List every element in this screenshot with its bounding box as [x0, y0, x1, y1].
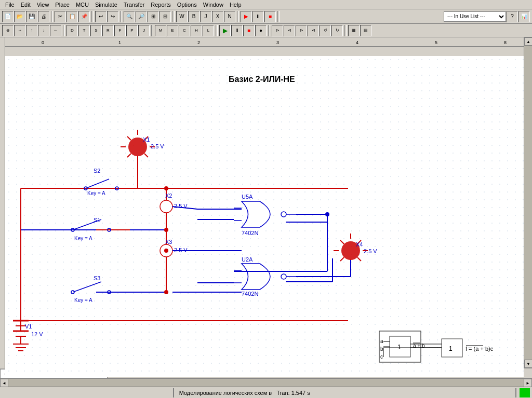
menu-edit[interactable]: Edit	[18, 1, 34, 8]
tb2-18[interactable]: ⊳	[272, 25, 283, 36]
tb2-6[interactable]: D	[66, 25, 78, 36]
tb-undo[interactable]: ↩	[95, 11, 107, 22]
status-text: Моделирование логических схем в Tran: 1.…	[175, 389, 514, 397]
scroll-down-btn[interactable]: ▼	[524, 360, 532, 368]
tb2-1[interactable]: ⊕	[2, 25, 14, 36]
tb-copy[interactable]: 📋	[66, 11, 78, 22]
logic-b-label: b	[380, 346, 383, 352]
tb2-2[interactable]: →	[14, 25, 25, 36]
tb-paste[interactable]: 📌	[78, 11, 90, 22]
tb-zoom-out[interactable]: 🔎	[136, 11, 147, 22]
tb2-14[interactable]: E	[167, 25, 178, 36]
tb2-4[interactable]: ↓	[38, 25, 49, 36]
scrollbar-right[interactable]: ▲ ▼	[524, 37, 532, 368]
menu-mcu[interactable]: MCU	[73, 1, 92, 8]
tb-open[interactable]: 📂	[14, 11, 25, 22]
tb2-19[interactable]: ⊲	[284, 25, 295, 36]
tb-redo[interactable]: ↪	[107, 11, 118, 22]
tb-run[interactable]: ▶	[241, 11, 252, 22]
toolbar2: ⊕ → ↑ ↓ ← D T S R F P J M E C H L ▶ ⏸ ■ …	[0, 24, 532, 37]
tb-place5[interactable]: N	[224, 11, 235, 22]
tb-sep3	[120, 11, 122, 22]
tb2-7[interactable]: T	[78, 25, 90, 36]
tb2-10[interactable]: F	[114, 25, 126, 36]
x4-label: X4	[356, 241, 363, 248]
menu-place[interactable]: Place	[52, 1, 73, 8]
tb-save[interactable]: 💾	[26, 11, 37, 22]
tb2-sep5	[344, 25, 347, 36]
scrollbar-bottom[interactable]: ◄ ►	[0, 378, 532, 387]
scroll-track-v[interactable]	[524, 46, 532, 360]
toolbar1: 📄 📂 💾 🖨 ✂ 📋 📌 ↩ ↪ 🔍 🔎 ⊞ ⊟ W B J X N ▶ ⏸ …	[0, 9, 532, 24]
menu-options[interactable]: Options	[174, 1, 200, 8]
menu-simulate[interactable]: Simulate	[92, 1, 121, 8]
tb-zoom-in[interactable]: 🔍	[124, 11, 135, 22]
tb-sep6	[277, 11, 280, 22]
s2-label: S2	[94, 168, 100, 174]
tb2-20[interactable]: ⊳	[296, 25, 307, 36]
svg-point-95	[325, 212, 329, 216]
tb2-sep4	[268, 25, 270, 36]
menu-reports[interactable]: Reports	[148, 1, 174, 8]
menu-view[interactable]: View	[34, 1, 52, 8]
tb2-22[interactable]: ↺	[320, 25, 331, 36]
tb-print[interactable]: 🖨	[38, 11, 49, 22]
tb-pause[interactable]: ⏸	[252, 11, 264, 22]
tb-info[interactable]: ?	[507, 11, 518, 22]
ruler-5: 5	[435, 40, 437, 45]
tb2-12[interactable]: J	[138, 25, 150, 36]
in-use-list-dropdown[interactable]: --- In Use List ---	[444, 11, 506, 22]
tb-stop[interactable]: ■	[264, 11, 276, 22]
scroll-right-btn[interactable]: ►	[524, 379, 532, 387]
circuit-canvas[interactable]: Базис 2-ИЛИ-НЕ	[5, 56, 524, 377]
menu-help[interactable]: Help	[227, 1, 245, 8]
tb2-13[interactable]: M	[155, 25, 166, 36]
menu-transfer[interactable]: Transfer	[121, 1, 148, 8]
tb2-23[interactable]: ↻	[331, 25, 343, 36]
title-text: Базис 2-ИЛИ-НЕ	[229, 75, 295, 84]
tb-new[interactable]: 📄	[2, 11, 14, 22]
tb2-play[interactable]: ▶	[219, 25, 231, 36]
status-tran-text: Tran: 1.547 s	[276, 390, 310, 396]
ruler-8: 8	[504, 40, 507, 45]
ruler-3: 3	[276, 40, 279, 45]
tb2-stop2[interactable]: ■	[243, 25, 255, 36]
tb2-25[interactable]: ▤	[360, 25, 371, 36]
tb-extra[interactable]: 📊	[518, 11, 530, 22]
tb-place4[interactable]: X	[212, 11, 223, 22]
svg-point-93	[164, 249, 168, 253]
tb-place2[interactable]: B	[188, 11, 200, 22]
x1-voltage: 2.5 V	[151, 143, 164, 149]
tb2-16[interactable]: H	[191, 25, 202, 36]
scroll-up-btn[interactable]: ▲	[524, 37, 532, 46]
svg-point-50	[281, 212, 286, 217]
tb2-3[interactable]: ↑	[26, 25, 37, 36]
scroll-track-h[interactable]	[8, 379, 524, 387]
menu-window[interactable]: Window	[200, 1, 227, 8]
tb2-8[interactable]: S	[90, 25, 102, 36]
svg-point-45	[160, 200, 172, 213]
scroll-left-btn[interactable]: ◄	[0, 379, 8, 387]
tb-place-wire[interactable]: W	[176, 11, 188, 22]
tb-sep2	[91, 11, 94, 22]
tb-zoom-fit[interactable]: ⊟	[159, 11, 171, 22]
tb2-circle[interactable]: ●	[255, 25, 267, 36]
v1-value: 12 V	[31, 331, 43, 337]
tb2-15[interactable]: C	[179, 25, 190, 36]
ruler-0: 0	[42, 40, 44, 45]
s3-label: S3	[94, 275, 100, 281]
tb2-9[interactable]: R	[102, 25, 114, 36]
tb2-11[interactable]: P	[126, 25, 138, 36]
tb-sep1	[51, 11, 53, 22]
menu-file[interactable]: File	[2, 1, 18, 8]
ruler: 0 1 2 3 4 5 8	[5, 37, 524, 47]
tb2-21[interactable]: ⊲	[308, 25, 319, 36]
tb2-24[interactable]: ▦	[348, 25, 360, 36]
tb-place3[interactable]: J	[200, 11, 211, 22]
tb2-17[interactable]: L	[203, 25, 214, 36]
tb2-pause2[interactable]: ⏸	[231, 25, 243, 36]
tb-zoom-area[interactable]: ⊞	[148, 11, 159, 22]
tb2-5[interactable]: ←	[50, 25, 61, 36]
tb2-sep1	[63, 25, 65, 36]
tb-cut[interactable]: ✂	[55, 11, 66, 22]
